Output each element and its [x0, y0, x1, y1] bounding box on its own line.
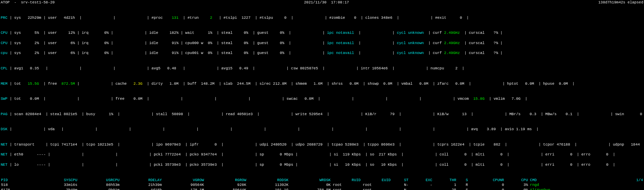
dsk-line: DSK | | vda | | | | | | | | | | | |	[1, 127, 539, 131]
col-vgrow: VGROW	[163, 178, 205, 183]
table-cell	[620, 182, 644, 188]
elapsed: 138d7h19m42s elapsed	[598, 0, 643, 5]
col-pid: PID	[0, 178, 36, 183]
table-cell: -	[409, 188, 433, 190]
table-cell	[620, 188, 644, 190]
table-cell: N-	[392, 182, 409, 188]
table-cell: 0	[469, 188, 505, 190]
table-cell: 6178	[0, 188, 36, 190]
net-lo-line: NET | lo ---- | | | | pcki 35739e3 | pck…	[1, 163, 644, 167]
col-rgrow: RGROW	[205, 178, 247, 183]
col-cpu: CPU	[505, 178, 529, 183]
table-cell: 518	[0, 182, 36, 188]
datetime: 2021/11/30 17:08:17	[304, 0, 349, 5]
table-cell: root	[362, 188, 392, 190]
col-euid: EUID	[362, 178, 392, 183]
table-cell: 90564K	[163, 182, 205, 188]
col-syscpu: SYSCPU	[36, 178, 78, 183]
col-cpunr: CPUNR	[469, 178, 505, 183]
app-title: ATOP - srv-test1-58-20	[1, 0, 55, 5]
table-cell: 758.5M	[289, 188, 332, 190]
cpu-line-3: cpu | sys 2% | user 6% | irq 0% | | idle…	[1, 51, 503, 55]
table-cell: root	[362, 182, 392, 188]
col-rdelay: RDELAY	[121, 178, 163, 183]
net-transport-line: NET | transport | tcpi 74171e4 | tcpo 10…	[1, 142, 644, 147]
cpu-line-1: CPU | sys 5% | user 12% | irq 0% | | idl…	[1, 31, 503, 35]
table-cell: 178.1M	[163, 188, 205, 190]
stats-area: PRC | sys 22h29m | user 4d21h | | | #pro…	[0, 5, 644, 178]
col-thr: THR	[433, 178, 457, 183]
col-wrdsk: WRDSK	[289, 178, 332, 183]
table-cell: 59644K	[205, 188, 247, 190]
table-cell: rngd	[529, 182, 620, 188]
swp-line: SWP | tot 0.0M | | | free 0.0M | | | | |…	[1, 97, 527, 101]
table-cell: root	[332, 182, 362, 188]
col-st: ST	[392, 178, 409, 183]
table-cell: 25	[433, 188, 457, 190]
process-table: PID SYSCPU USRCPU RDELAY VGROW RGROW RDD…	[0, 178, 644, 190]
col-page: 1/4	[620, 178, 644, 183]
table-cell: -	[409, 182, 433, 188]
table-cell: 86h53m	[78, 182, 121, 188]
prc-line: PRC | sys 22h29m | user 4d21h | | | #pro…	[1, 16, 469, 20]
terminal: ATOP - srv-test1-58-20 2021/11/30 17:08:…	[0, 0, 644, 190]
mem-line: MEM | tot 15.5G | free 872.5M | | cache …	[1, 82, 574, 86]
col-ruid: RUID	[332, 178, 362, 183]
table-cell: 9h01m	[78, 188, 121, 190]
col-cmd: CMD	[529, 178, 620, 183]
net-eth0-line: NET | eth0 ---- | | | | pcki 77722e4 | p…	[1, 152, 644, 157]
table-cell: 0K	[289, 182, 332, 188]
table-row: 51833m16s86h53m21h39m90564K928K11392K0Kr…	[0, 182, 644, 188]
table-row: 61782h40m9h01m4d18h178.1M59644K101.1G758…	[0, 188, 644, 190]
cpu-line-2: CPU | sys 2% | user 6% | irq 0% | | idle…	[1, 41, 503, 45]
pag-line: PAG | scan 82084e4 | steal 8021e5 | busy…	[1, 112, 644, 116]
table-cell: 1	[433, 182, 457, 188]
table-cell: 0	[469, 182, 505, 188]
table-cell: 11392K	[247, 182, 289, 188]
col-rddsk: RDDSK	[247, 178, 289, 183]
table-cell: AliYunDun	[529, 188, 620, 190]
table-cell: 33m16s	[36, 182, 78, 188]
table-cell: 3%	[505, 182, 529, 188]
table-cell: 2h40m	[36, 188, 78, 190]
table-cell: R	[457, 182, 469, 188]
col-s: S	[457, 178, 469, 183]
table-cell: S	[457, 188, 469, 190]
col-exc: EXC	[409, 178, 433, 183]
table-cell: root	[332, 188, 362, 190]
table-cell: 4d18h	[121, 188, 163, 190]
table-cell: 0%	[505, 188, 529, 190]
table-cell: 928K	[205, 182, 247, 188]
table-cell: 21h39m	[121, 182, 163, 188]
table-cell: N-	[392, 188, 409, 190]
table-cell: 101.1G	[247, 188, 289, 190]
col-usrcpu: USRCPU	[78, 178, 121, 183]
cpl-line: CPL | avg1 0.35 | | | | avg5 0.48 | | av…	[1, 66, 464, 70]
